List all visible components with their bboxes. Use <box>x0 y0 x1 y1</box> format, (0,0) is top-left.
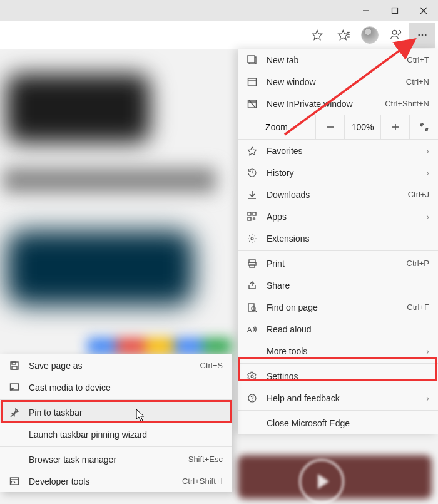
submenu-separator <box>0 399 232 400</box>
menu-item-label: Downloads <box>267 190 399 200</box>
cast-icon <box>9 383 20 393</box>
svg-text:A: A <box>247 326 252 333</box>
submenu-item-label: Browser task manager <box>29 455 180 465</box>
apps-icon <box>247 212 258 222</box>
extensions-icon <box>247 234 258 244</box>
history-icon <box>247 168 258 178</box>
submenu-item-label: Cast media to device <box>29 383 223 393</box>
menu-find[interactable]: Find on page Ctrl+F <box>238 296 438 318</box>
more-tools-submenu: Save page as Ctrl+S Cast media to device… <box>0 354 232 492</box>
menu-item-label: New window <box>267 77 397 87</box>
svg-rect-47 <box>12 366 17 369</box>
downloads-icon <box>247 190 258 200</box>
menu-new-window[interactable]: New window Ctrl+N <box>238 71 438 93</box>
menu-item-label: Read aloud <box>267 324 429 334</box>
submenu-save-page[interactable]: Save page as Ctrl+S <box>0 354 232 376</box>
chevron-right-icon: › <box>426 393 429 403</box>
chevron-right-icon: › <box>426 346 429 356</box>
browser-toolbar <box>0 21 438 49</box>
menu-item-shortcut: Ctrl+J <box>408 190 429 199</box>
svg-point-9 <box>392 31 397 35</box>
menu-apps[interactable]: Apps › <box>238 205 438 227</box>
submenu-item-shortcut: Shift+Esc <box>188 455 223 464</box>
svg-rect-1 <box>392 8 398 14</box>
menu-extensions[interactable]: Extensions <box>238 227 438 249</box>
menu-item-label: Favorites <box>267 146 417 156</box>
submenu-separator <box>0 446 232 447</box>
svg-line-40 <box>255 310 257 312</box>
favorites-icon <box>247 146 258 156</box>
svg-line-19 <box>249 100 255 108</box>
menu-item-shortcut: Ctrl+F <box>407 302 429 312</box>
help-icon <box>247 393 258 403</box>
chevron-right-icon: › <box>426 212 429 222</box>
submenu-pin-taskbar[interactable]: Pin to taskbar <box>0 401 232 423</box>
settings-and-more-button[interactable] <box>409 23 435 48</box>
settings-icon <box>247 371 258 381</box>
menu-item-label: More tools <box>267 346 417 356</box>
menu-share[interactable]: Share <box>238 274 438 296</box>
svg-rect-29 <box>253 212 256 215</box>
menu-help[interactable]: Help and feedback › <box>238 387 438 409</box>
find-icon <box>247 302 258 312</box>
submenu-devtools[interactable]: Developer tools Ctrl+Shift+I <box>0 470 232 492</box>
devtools-icon <box>9 476 20 486</box>
menu-item-label: Close Microsoft Edge <box>267 418 429 428</box>
save-icon <box>9 361 20 371</box>
menu-downloads[interactable]: Downloads Ctrl+J <box>238 183 438 205</box>
submenu-item-label: Launch taskbar pinning wizard <box>29 429 223 440</box>
menu-item-label: Find on page <box>267 302 398 312</box>
svg-point-10 <box>418 34 420 36</box>
window-titlebar <box>0 0 438 21</box>
menu-close-edge[interactable]: Close Microsoft Edge <box>238 412 438 434</box>
inprivate-icon <box>247 99 258 109</box>
window-close-button[interactable] <box>409 0 438 21</box>
svg-rect-28 <box>248 212 251 215</box>
fullscreen-button[interactable] <box>409 115 438 139</box>
submenu-item-label: Save page as <box>29 361 191 371</box>
menu-history[interactable]: History › <box>238 162 438 183</box>
zoom-out-button[interactable] <box>315 115 344 139</box>
submenu-launch-pinning-wizard[interactable]: Launch taskbar pinning wizard <box>0 423 232 445</box>
favorite-star-button[interactable] <box>304 23 330 48</box>
menu-settings[interactable]: Settings <box>238 365 438 387</box>
menu-new-inprivate[interactable]: New InPrivate window Ctrl+Shift+N <box>238 93 438 115</box>
feedback-button[interactable] <box>383 23 409 48</box>
new-tab-icon <box>247 55 258 65</box>
svg-point-44 <box>252 399 252 400</box>
submenu-item-shortcut: Ctrl+S <box>200 361 223 370</box>
menu-item-label: Help and feedback <box>267 393 417 403</box>
zoom-label: Zoom <box>238 122 315 132</box>
window-minimize-button[interactable] <box>352 0 380 21</box>
svg-rect-14 <box>248 56 255 63</box>
submenu-cast[interactable]: Cast media to device <box>0 376 232 398</box>
svg-marker-4 <box>313 31 322 40</box>
menu-item-label: Extensions <box>267 234 429 244</box>
svg-rect-36 <box>250 265 255 267</box>
menu-favorites[interactable]: Favorites › <box>238 140 438 162</box>
menu-new-tab[interactable]: New tab Ctrl+T <box>238 49 438 71</box>
menu-separator <box>238 410 438 411</box>
menu-separator <box>238 250 438 251</box>
profile-avatar[interactable] <box>357 23 383 48</box>
menu-zoom-row: Zoom 100% <box>238 115 438 140</box>
submenu-task-manager[interactable]: Browser task manager Shift+Esc <box>0 448 232 470</box>
chevron-right-icon: › <box>426 146 429 156</box>
menu-item-shortcut: Ctrl+T <box>407 55 429 64</box>
svg-rect-15 <box>248 78 257 86</box>
new-window-icon <box>247 77 258 87</box>
menu-read-aloud[interactable]: A Read aloud <box>238 318 438 340</box>
pin-icon <box>9 408 20 418</box>
print-icon <box>247 259 258 269</box>
menu-item-label: New tab <box>267 55 398 65</box>
favorites-bar-button[interactable] <box>330 23 357 48</box>
zoom-in-button[interactable] <box>380 115 409 139</box>
svg-point-42 <box>251 375 253 378</box>
menu-more-tools[interactable]: More tools › <box>238 340 438 362</box>
menu-item-shortcut: Ctrl+N <box>406 77 429 86</box>
menu-print[interactable]: Print Ctrl+P <box>238 252 438 274</box>
svg-point-12 <box>425 34 427 36</box>
zoom-percent: 100% <box>344 115 380 139</box>
menu-item-shortcut: Ctrl+Shift+N <box>385 99 429 108</box>
window-maximize-button[interactable] <box>380 0 409 21</box>
